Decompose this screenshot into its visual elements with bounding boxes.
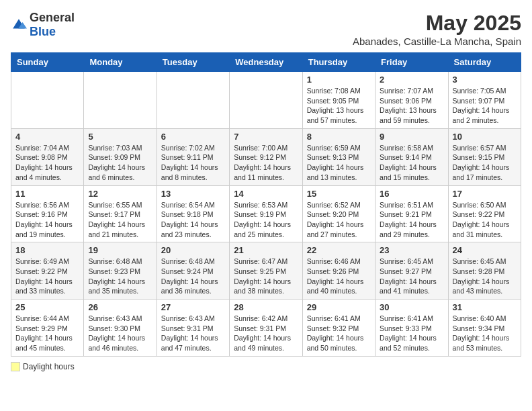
- calendar-cell: 3Sunrise: 7:05 AMSunset: 9:07 PMDaylight…: [448, 72, 521, 129]
- calendar-cell: 6Sunrise: 7:02 AMSunset: 9:11 PMDaylight…: [157, 128, 229, 185]
- calendar-week-3: 11Sunrise: 6:56 AMSunset: 9:16 PMDayligh…: [11, 185, 521, 242]
- calendar-cell: 23Sunrise: 6:45 AMSunset: 9:27 PMDayligh…: [375, 242, 448, 300]
- day-info: Sunrise: 6:58 AMSunset: 9:14 PMDaylight:…: [380, 143, 443, 183]
- day-info: Sunrise: 6:47 AMSunset: 9:25 PMDaylight:…: [234, 257, 298, 296]
- calendar-cell: 12Sunrise: 6:55 AMSunset: 9:17 PMDayligh…: [84, 185, 157, 242]
- day-number: 13: [161, 189, 225, 199]
- day-info: Sunrise: 6:45 AMSunset: 9:28 PMDaylight:…: [453, 257, 517, 296]
- calendar-cell: 31Sunrise: 6:40 AMSunset: 9:34 PMDayligh…: [448, 300, 521, 357]
- day-number: 4: [15, 132, 79, 142]
- title-block: May 2025 Abanades, Castille-La Mancha, S…: [353, 11, 521, 47]
- day-info: Sunrise: 6:41 AMSunset: 9:33 PMDaylight:…: [380, 314, 443, 353]
- calendar-week-5: 25Sunrise: 6:44 AMSunset: 9:29 PMDayligh…: [11, 300, 521, 357]
- day-info: Sunrise: 6:46 AMSunset: 9:26 PMDaylight:…: [307, 257, 371, 296]
- calendar-header-tuesday: Tuesday: [157, 53, 229, 72]
- day-info: Sunrise: 6:50 AMSunset: 9:22 PMDaylight:…: [453, 200, 517, 240]
- calendar-cell: 26Sunrise: 6:43 AMSunset: 9:30 PMDayligh…: [84, 300, 157, 357]
- month-title: May 2025: [353, 11, 521, 36]
- day-info: Sunrise: 6:48 AMSunset: 9:24 PMDaylight:…: [161, 257, 225, 296]
- day-info: Sunrise: 7:07 AMSunset: 9:06 PMDaylight:…: [380, 86, 443, 126]
- calendar-cell: 5Sunrise: 7:03 AMSunset: 9:09 PMDaylight…: [84, 128, 157, 185]
- day-info: Sunrise: 6:59 AMSunset: 9:13 PMDaylight:…: [307, 143, 371, 183]
- legend-box: [11, 362, 20, 371]
- day-info: Sunrise: 7:04 AMSunset: 9:08 PMDaylight:…: [15, 143, 79, 183]
- day-info: Sunrise: 6:51 AMSunset: 9:21 PMDaylight:…: [380, 200, 443, 240]
- day-number: 11: [15, 189, 79, 199]
- day-number: 1: [307, 75, 371, 85]
- calendar-week-2: 4Sunrise: 7:04 AMSunset: 9:08 PMDaylight…: [11, 128, 521, 185]
- page-header: General Blue May 2025 Abanades, Castille…: [11, 11, 521, 47]
- day-number: 8: [307, 132, 371, 142]
- calendar-header-row: SundayMondayTuesdayWednesdayThursdayFrid…: [11, 53, 521, 72]
- calendar-cell: 25Sunrise: 6:44 AMSunset: 9:29 PMDayligh…: [11, 300, 84, 357]
- logo-icon: [11, 17, 27, 33]
- calendar-cell: 18Sunrise: 6:49 AMSunset: 9:22 PMDayligh…: [11, 242, 84, 300]
- calendar-cell: 22Sunrise: 6:46 AMSunset: 9:26 PMDayligh…: [302, 242, 375, 300]
- day-number: 31: [453, 302, 517, 312]
- day-info: Sunrise: 6:44 AMSunset: 9:29 PMDaylight:…: [15, 314, 79, 353]
- calendar-cell: 10Sunrise: 6:57 AMSunset: 9:15 PMDayligh…: [448, 128, 521, 185]
- calendar-cell: 15Sunrise: 6:52 AMSunset: 9:20 PMDayligh…: [302, 185, 375, 242]
- day-info: Sunrise: 6:53 AMSunset: 9:19 PMDaylight:…: [234, 200, 298, 240]
- calendar-cell: 11Sunrise: 6:56 AMSunset: 9:16 PMDayligh…: [11, 185, 84, 242]
- day-number: 5: [88, 132, 152, 142]
- day-number: 14: [234, 189, 298, 199]
- day-number: 25: [15, 302, 79, 312]
- day-number: 7: [234, 132, 298, 142]
- day-info: Sunrise: 7:03 AMSunset: 9:09 PMDaylight:…: [88, 143, 152, 183]
- calendar-cell: 27Sunrise: 6:43 AMSunset: 9:31 PMDayligh…: [157, 300, 229, 357]
- day-info: Sunrise: 6:56 AMSunset: 9:16 PMDaylight:…: [15, 200, 79, 240]
- day-info: Sunrise: 6:48 AMSunset: 9:23 PMDaylight:…: [88, 257, 152, 296]
- day-number: 30: [380, 302, 443, 312]
- day-number: 29: [307, 302, 371, 312]
- legend: Daylight hours: [11, 362, 521, 373]
- day-info: Sunrise: 6:43 AMSunset: 9:30 PMDaylight:…: [88, 314, 152, 353]
- day-info: Sunrise: 6:41 AMSunset: 9:32 PMDaylight:…: [307, 314, 371, 353]
- day-number: 21: [234, 245, 298, 255]
- day-info: Sunrise: 7:02 AMSunset: 9:11 PMDaylight:…: [161, 143, 225, 183]
- location-title: Abanades, Castille-La Mancha, Spain: [353, 36, 521, 47]
- calendar-week-1: 1Sunrise: 7:08 AMSunset: 9:05 PMDaylight…: [11, 72, 521, 129]
- calendar-header-monday: Monday: [84, 53, 157, 72]
- day-info: Sunrise: 6:42 AMSunset: 9:31 PMDaylight:…: [234, 314, 298, 353]
- day-info: Sunrise: 6:57 AMSunset: 9:15 PMDaylight:…: [453, 143, 517, 183]
- calendar-cell: 17Sunrise: 6:50 AMSunset: 9:22 PMDayligh…: [448, 185, 521, 242]
- calendar-cell: 28Sunrise: 6:42 AMSunset: 9:31 PMDayligh…: [230, 300, 302, 357]
- day-number: 20: [161, 245, 225, 255]
- calendar-cell: 16Sunrise: 6:51 AMSunset: 9:21 PMDayligh…: [375, 185, 448, 242]
- day-number: 24: [453, 245, 517, 255]
- day-info: Sunrise: 6:55 AMSunset: 9:17 PMDaylight:…: [88, 200, 152, 240]
- calendar-cell: 30Sunrise: 6:41 AMSunset: 9:33 PMDayligh…: [375, 300, 448, 357]
- calendar-cell: [11, 72, 84, 129]
- calendar-header-thursday: Thursday: [302, 53, 375, 72]
- day-number: 19: [88, 245, 152, 255]
- calendar-header-friday: Friday: [375, 53, 448, 72]
- day-number: 2: [380, 75, 443, 85]
- logo-blue: Blue: [30, 25, 56, 38]
- logo: General Blue: [11, 11, 75, 39]
- day-number: 17: [453, 189, 517, 199]
- day-number: 28: [234, 302, 298, 312]
- day-info: Sunrise: 7:00 AMSunset: 9:12 PMDaylight:…: [234, 143, 298, 183]
- calendar-cell: 9Sunrise: 6:58 AMSunset: 9:14 PMDaylight…: [375, 128, 448, 185]
- calendar-cell: 14Sunrise: 6:53 AMSunset: 9:19 PMDayligh…: [230, 185, 302, 242]
- calendar-cell: 29Sunrise: 6:41 AMSunset: 9:32 PMDayligh…: [302, 300, 375, 357]
- day-number: 18: [15, 245, 79, 255]
- legend-item: Daylight hours: [11, 362, 75, 371]
- legend-label: Daylight hours: [23, 362, 75, 371]
- day-number: 12: [88, 189, 152, 199]
- calendar-cell: [230, 72, 302, 129]
- day-info: Sunrise: 6:54 AMSunset: 9:18 PMDaylight:…: [161, 200, 225, 240]
- calendar-header-sunday: Sunday: [11, 53, 84, 72]
- calendar-cell: 20Sunrise: 6:48 AMSunset: 9:24 PMDayligh…: [157, 242, 229, 300]
- calendar-cell: 19Sunrise: 6:48 AMSunset: 9:23 PMDayligh…: [84, 242, 157, 300]
- day-number: 23: [380, 245, 443, 255]
- day-number: 10: [453, 132, 517, 142]
- day-number: 15: [307, 189, 371, 199]
- calendar-cell: 7Sunrise: 7:00 AMSunset: 9:12 PMDaylight…: [230, 128, 302, 185]
- logo-text: General Blue: [30, 11, 75, 39]
- calendar-header-saturday: Saturday: [448, 53, 521, 72]
- calendar-table: SundayMondayTuesdayWednesdayThursdayFrid…: [11, 52, 521, 357]
- day-number: 22: [307, 245, 371, 255]
- calendar-cell: [84, 72, 157, 129]
